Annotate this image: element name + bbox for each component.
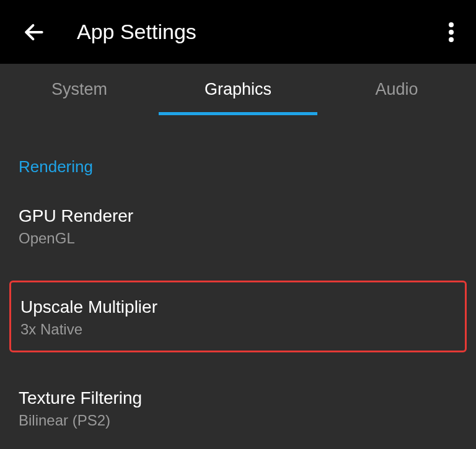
tab-audio[interactable]: Audio: [317, 64, 476, 115]
more-menu-button[interactable]: [444, 17, 459, 47]
svg-point-2: [449, 30, 454, 35]
svg-point-3: [449, 37, 454, 42]
setting-upscale-multiplier[interactable]: Upscale Multiplier 3x Native: [9, 281, 467, 352]
setting-title: Upscale Multiplier: [20, 297, 456, 317]
setting-texture-filtering[interactable]: Texture Filtering Bilinear (PS2): [0, 371, 476, 444]
setting-title: Texture Filtering: [19, 388, 457, 408]
tab-system[interactable]: System: [0, 64, 159, 115]
section-header-rendering: Rendering: [0, 115, 476, 189]
more-vert-icon: [449, 22, 454, 42]
arrow-back-icon: [22, 20, 46, 44]
setting-value: Bilinear (PS2): [19, 412, 457, 429]
setting-gpu-renderer[interactable]: GPU Renderer OpenGL: [0, 189, 476, 262]
tab-graphics[interactable]: Graphics: [159, 64, 317, 115]
settings-content: Rendering GPU Renderer OpenGL Upscale Mu…: [0, 115, 476, 444]
svg-point-1: [449, 22, 454, 27]
setting-value: 3x Native: [20, 321, 456, 338]
setting-title: GPU Renderer: [19, 206, 457, 226]
tabs-bar: System Graphics Audio: [0, 64, 476, 115]
back-button[interactable]: [22, 20, 46, 44]
page-title: App Settings: [77, 20, 444, 44]
app-header: App Settings: [0, 0, 476, 64]
setting-value: OpenGL: [19, 230, 457, 247]
